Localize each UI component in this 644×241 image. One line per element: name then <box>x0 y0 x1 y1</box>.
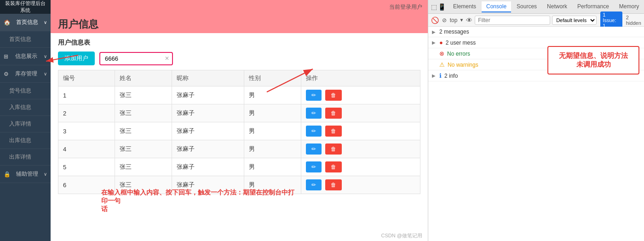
delete-button[interactable]: 🗑 <box>325 90 342 101</box>
tab-memory[interactable]: Memory <box>615 1 644 12</box>
console-row-text: 2 messages <box>439 29 640 35</box>
cell-action: ✏ 🗑 <box>301 140 420 158</box>
cell-gender: 男 <box>244 86 301 104</box>
search-input[interactable] <box>99 52 173 65</box>
sidebar-item-homepage-sub[interactable]: 首页信息 <box>0 31 51 48</box>
console-row-info[interactable]: ▶ ℹ 2 info <box>428 70 644 81</box>
sidebar-item-inventory[interactable]: ⚙ 库存管理 ∨ <box>0 65 51 83</box>
current-user-label: 当前登录用户 <box>389 3 422 11</box>
cell-nickname: 张麻子 <box>172 86 244 104</box>
log-levels-select[interactable]: Default levels All levels <box>552 16 597 25</box>
toolbar: 添加用户 ✕ <box>58 52 420 65</box>
clear-icon[interactable]: ⊘ <box>441 16 448 25</box>
delete-button[interactable]: 🗑 <box>325 161 342 172</box>
edit-button[interactable]: ✏ <box>306 143 322 155</box>
console-row-no-errors[interactable]: ⊗ No errors <box>428 48 644 59</box>
table-row: 6 张三 张麻子 男 ✏ 🗑 <box>58 176 420 194</box>
device-icon[interactable]: 📱 <box>438 3 446 11</box>
tab-network[interactable]: Network <box>542 1 572 12</box>
devtools-panel: ⬚ 📱 Elements Console Sources Network Per… <box>428 0 644 241</box>
tab-performance[interactable]: Performance <box>573 1 614 12</box>
console-row-no-warnings[interactable]: ⚠ No warnings <box>428 59 644 70</box>
col-header-gender: 性别 <box>244 70 301 86</box>
cell-gender: 男 <box>244 140 301 158</box>
search-clear-icon[interactable]: ✕ <box>165 55 169 62</box>
sidebar-item-homepage[interactable]: 🏠 首页信息 ∨ <box>0 14 51 31</box>
sidebar-item-label: 辅助管理 <box>16 170 38 178</box>
cell-id: 2 <box>58 104 115 122</box>
tab-console[interactable]: Console <box>482 1 511 12</box>
expand-icon: ▶ <box>432 73 437 78</box>
sidebar-title: 装装库仔管理后台系统 <box>3 0 48 14</box>
sidebar-item-goods[interactable]: 货号信息 <box>0 83 51 99</box>
expand-icon: ▶ <box>432 29 437 34</box>
tab-elements[interactable]: Elements <box>448 1 481 12</box>
col-header-name: 姓名 <box>115 70 172 86</box>
no-errors-icon: ⊗ <box>439 50 444 57</box>
sidebar-item-info[interactable]: ⊞ 信息展示 ∨ <box>0 48 51 65</box>
cell-action: ✏ 🗑 <box>301 86 420 104</box>
lock-icon: 🔒 <box>4 171 11 178</box>
console-row-text: 2 info <box>444 73 640 79</box>
sidebar-sub-label: 入库信息 <box>9 104 31 110</box>
cell-nickname: 张麻子 <box>172 176 244 194</box>
cell-action: ✏ 🗑 <box>301 122 420 140</box>
console-row-user-mess[interactable]: ▶ ● 2 user mess <box>428 37 644 48</box>
table-row: 4 张三 张麻子 男 ✏ 🗑 <box>58 140 420 158</box>
delete-button[interactable]: 🗑 <box>325 143 342 155</box>
context-dropdown-icon[interactable]: ▼ <box>459 17 464 23</box>
sidebar-item-inbound[interactable]: 入库信息 <box>0 99 51 116</box>
table-title: 用户信息表 <box>58 39 420 47</box>
ban-icon[interactable]: 🚫 <box>431 16 439 25</box>
sidebar-sub-label: 入库详情 <box>9 120 31 127</box>
chevron-down-icon: ∨ <box>44 20 47 25</box>
table-row: 1 张三 张麻子 男 ✏ 🗑 <box>58 86 420 104</box>
table-row: 2 张三 张麻子 男 ✏ 🗑 <box>58 104 420 122</box>
tab-sources[interactable]: Sources <box>512 1 541 12</box>
cell-gender: 男 <box>244 104 301 122</box>
user-table: 编号 姓名 昵称 性别 操作 1 张三 张麻子 男 ✏ 🗑 2 张三 张麻子 男 <box>58 70 420 194</box>
add-user-button[interactable]: 添加用户 <box>58 52 95 65</box>
cell-action: ✏ 🗑 <box>301 176 420 194</box>
cell-name: 张三 <box>115 86 172 104</box>
console-row-text: No warnings <box>448 62 640 68</box>
console-filter-input[interactable] <box>475 16 550 25</box>
topbar: 当前登录用户 <box>51 0 428 14</box>
sidebar-item-label: 首页信息 <box>16 18 38 26</box>
page-title: 用户信息 <box>58 18 98 30</box>
delete-button[interactable]: 🗑 <box>325 108 342 119</box>
cell-nickname: 张麻子 <box>172 122 244 140</box>
cell-id: 1 <box>58 86 115 104</box>
cell-nickname: 张麻子 <box>172 140 244 158</box>
search-wrapper: ✕ <box>99 52 173 65</box>
sidebar-item-outbound-detail[interactable]: 出库详情 <box>0 149 51 166</box>
sidebar-sub-label: 首页信息 <box>9 36 31 42</box>
sidebar-item-assist[interactable]: 🔒 辅助管理 ∨ <box>0 166 51 183</box>
delete-button[interactable]: 🗑 <box>325 126 342 137</box>
edit-button[interactable]: ✏ <box>306 90 322 101</box>
cell-name: 张三 <box>115 104 172 122</box>
console-content: ▶ 2 messages ▶ ● 2 user mess ⊗ No errors… <box>428 27 644 241</box>
cell-id: 5 <box>58 158 115 176</box>
cell-nickname: 张麻子 <box>172 158 244 176</box>
edit-button[interactable]: ✏ <box>306 126 322 137</box>
inspect-icon[interactable]: ⬚ <box>431 3 437 11</box>
cell-id: 3 <box>58 122 115 140</box>
cell-name: 张三 <box>115 140 172 158</box>
sidebar: 装装库仔管理后台系统 🏠 首页信息 ∨ 首页信息 ⊞ 信息展示 ∨ ⚙ 库存管理… <box>0 0 51 241</box>
console-row-messages[interactable]: ▶ 2 messages <box>428 27 644 37</box>
issue-count-badge[interactable]: 1 Issue: 1 <box>600 11 622 29</box>
eye-icon[interactable]: 👁 <box>466 16 473 25</box>
info-icon: ℹ <box>439 72 442 79</box>
sidebar-item-outbound[interactable]: 出库信息 <box>0 132 51 149</box>
sidebar-item-inbound-detail[interactable]: 入库详情 <box>0 116 51 132</box>
edit-button[interactable]: ✏ <box>306 161 322 172</box>
cell-name: 张三 <box>115 158 172 176</box>
hidden-count-badge: 2 hidden <box>626 15 641 26</box>
no-warnings-icon: ⚠ <box>439 61 445 68</box>
delete-button[interactable]: 🗑 <box>325 179 342 190</box>
gear-icon: ⚙ <box>4 71 9 77</box>
edit-button[interactable]: ✏ <box>306 108 322 119</box>
edit-button[interactable]: ✏ <box>306 179 322 190</box>
col-header-nickname: 昵称 <box>172 70 244 86</box>
